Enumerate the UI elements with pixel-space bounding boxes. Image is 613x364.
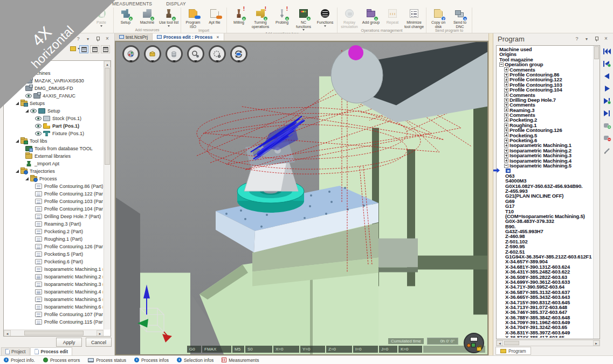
tree-item[interactable]: Part (Pos.1) [5, 122, 103, 130]
step-back-button[interactable] [603, 72, 611, 79]
panel-splitter[interactable] [488, 33, 493, 355]
ribbon-button[interactable]: Use tool list [158, 8, 180, 28]
ribbon-button[interactable]: Add group [360, 8, 382, 25]
visibility-eye-icon[interactable] [25, 94, 32, 98]
status-bar-item[interactable]: Process status [88, 358, 126, 363]
visibility-eye-icon[interactable] [30, 109, 37, 113]
tree-item[interactable]: Isoparametric Machining.2 (Part) [5, 273, 103, 281]
tree-item[interactable]: External libraries [5, 152, 103, 160]
expander-icon[interactable] [16, 102, 19, 105]
gcode-line[interactable]: G0X-38.483Y-379.332 [505, 219, 593, 223]
goto-end-breakpoint-button[interactable] [603, 97, 611, 104]
tree-item[interactable]: Isoparametric Machining.1 (Part) [5, 265, 103, 273]
tree-item[interactable]: 4AXIS_FANUC [5, 92, 103, 100]
tree-item[interactable]: Process [5, 175, 103, 183]
hide-elements-button[interactable] [208, 45, 226, 72]
goto-start-breakpoint-button[interactable] [603, 60, 611, 67]
tree-item[interactable]: Profile Contouring.115 (Part) [5, 318, 103, 326]
tree-item[interactable]: Pocketing.2 (Part) [5, 228, 103, 235]
refresh-simulation-button[interactable] [229, 45, 248, 72]
tree-item[interactable]: Isoparametric Machining.3 (Part) [5, 281, 103, 288]
tree-item[interactable]: Tools from database TOOL [5, 145, 103, 152]
scroll-left-icon[interactable] [497, 340, 503, 346]
goto-end-button[interactable] [603, 109, 611, 116]
display-modes-button[interactable] [121, 45, 140, 72]
ribbon-tab[interactable]: MEASUREMENTS [107, 1, 157, 8]
scrollbar-thumb[interactable] [105, 68, 110, 165]
tree-item[interactable]: Trajectories [5, 167, 103, 175]
status-bar-item[interactable]: Process infos [134, 358, 169, 363]
visibility-eye-icon[interactable] [35, 116, 42, 121]
tree-item[interactable]: Stock (Pos.1) [5, 115, 103, 122]
program-tree-item[interactable]: Isoparametric Machining.5 [498, 163, 593, 168]
dropdown-caret-icon[interactable] [151, 60, 154, 73]
insert-operation-button[interactable] [603, 122, 611, 129]
tree-item[interactable]: Setups [5, 100, 103, 107]
expand-box-icon[interactable] [504, 138, 508, 143]
goto-start-button[interactable] [603, 47, 611, 54]
close-icon[interactable] [105, 36, 110, 41]
expand-box-icon[interactable] [504, 143, 508, 148]
expand-box-icon[interactable] [504, 113, 508, 117]
gcode-line[interactable]: G69 [505, 199, 593, 204]
stock-display-button[interactable] [164, 45, 183, 72]
view-mode-3-button[interactable] [101, 45, 110, 53]
pin-icon[interactable] [95, 36, 100, 41]
delete-operation-button[interactable] [603, 134, 611, 141]
tab-project[interactable]: Project [1, 347, 30, 355]
ribbon-tab[interactable]: DISPLAY [161, 1, 191, 8]
scroll-right-icon[interactable] [97, 330, 104, 337]
expand-box-icon[interactable] [504, 118, 508, 122]
step-forward-button[interactable] [603, 85, 611, 92]
ribbon-button[interactable]: Minimize tool change [403, 8, 425, 29]
collapse-icon[interactable] [584, 36, 589, 41]
scrollbar-thumb[interactable] [594, 46, 599, 59]
tree-item[interactable]: Profile Contouring.122 (Part) [5, 190, 103, 198]
dropdown-caret-icon[interactable] [237, 60, 240, 73]
tab-program[interactable]: Program [495, 347, 531, 355]
program-horizontal-scrollbar[interactable] [496, 340, 600, 346]
machine-3d-scene[interactable]: Cumulated time 0h 0' 0" G0FMAXM5S0X=0Y=0… [115, 41, 488, 355]
expand-box-icon[interactable] [504, 164, 508, 168]
tree-item[interactable]: Reaming.3 (Part) [5, 220, 103, 228]
edit-program-button[interactable] [603, 146, 611, 153]
expand-box-icon[interactable] [504, 78, 508, 82]
expander-icon[interactable] [25, 177, 29, 180]
help-icon[interactable] [574, 36, 580, 41]
expander-icon[interactable] [16, 170, 19, 173]
status-bar-item[interactable]: Process errors [43, 358, 80, 363]
expand-box-icon[interactable] [504, 108, 508, 112]
dropdown-caret-icon[interactable] [216, 60, 219, 73]
gcode-line[interactable]: G21(PLAN INCLINE OFF) [505, 193, 593, 198]
expand-box-icon[interactable] [504, 93, 508, 97]
close-icon[interactable] [603, 36, 609, 41]
ribbon-button[interactable]: Milling [228, 8, 250, 25]
close-tab-icon[interactable]: × [216, 34, 219, 40]
tree-filter-button[interactable] [70, 46, 80, 51]
tab-process-edit[interactable]: Process edit [30, 347, 72, 355]
expand-box-icon[interactable] [499, 62, 504, 67]
expand-box-icon[interactable] [504, 103, 508, 107]
cancel-button[interactable]: Cancel [86, 338, 112, 347]
collapse-icon[interactable] [85, 36, 91, 41]
ribbon-button[interactable]: Copy on disk [428, 8, 449, 29]
tab-process-edit-process[interactable]: Process edit : Process × [153, 33, 224, 40]
status-bar-item[interactable]: Measurements [222, 358, 259, 363]
tree-item[interactable]: Tool libs [5, 137, 103, 145]
expand-box-icon[interactable] [504, 67, 508, 72]
ribbon-button[interactable]: Turning operations [250, 8, 271, 29]
view-mode-1-button[interactable] [79, 45, 88, 53]
tree-item[interactable]: Fixture (Pos.1) [5, 130, 103, 137]
ribbon-button[interactable]: NC functions [293, 8, 314, 32]
scroll-up-icon[interactable] [104, 61, 111, 67]
tree-item[interactable]: Isoparametric Machining.4 (Part) [5, 288, 103, 296]
gcode-line[interactable]: X-36.874Y-385.41Z-603.65 [505, 335, 593, 338]
expand-box-icon[interactable] [504, 98, 508, 102]
visibility-eye-icon[interactable] [35, 131, 42, 136]
status-bar-item[interactable]: Project info. [4, 358, 35, 363]
expander-icon[interactable] [25, 109, 29, 113]
tree-vertical-scrollbar[interactable] [104, 61, 111, 330]
tree-item[interactable]: _Import Apt [5, 160, 103, 167]
dropdown-caret-icon[interactable] [194, 60, 197, 73]
tree-item[interactable]: Profile Contouring.86 (Part) [5, 183, 103, 190]
